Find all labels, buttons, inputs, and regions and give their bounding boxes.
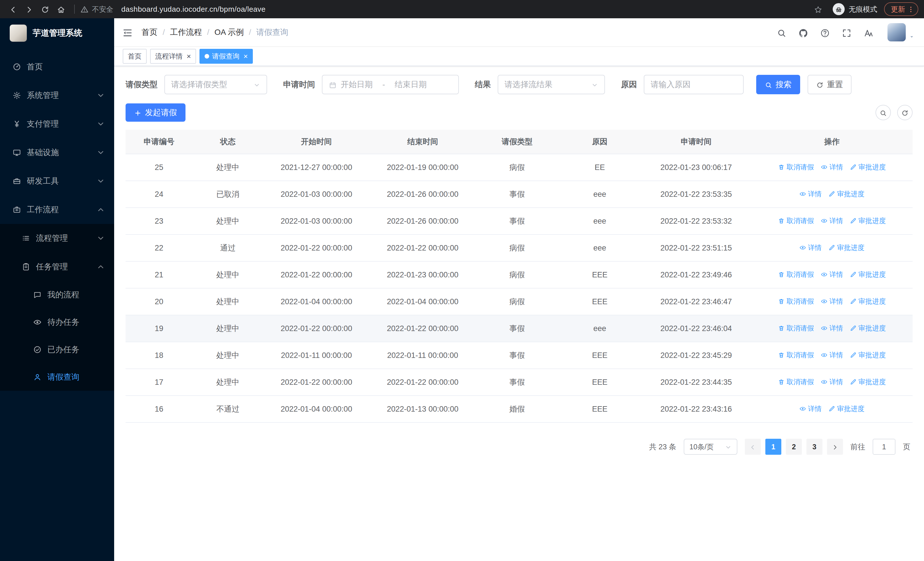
table-row: 24已取消2022-01-03 00:00:002022-01-26 00:00… (126, 181, 913, 208)
next-page-button[interactable] (827, 439, 843, 455)
progress-action-link[interactable]: 审批进度 (828, 190, 864, 199)
tab-bar: 首页流程详情×请假查询× (114, 47, 924, 66)
detail-action-link[interactable]: 详情 (821, 350, 843, 359)
sidebar-item-infrastructure[interactable]: 基础设施 (0, 138, 114, 167)
sidebar-item-label: 首页 (27, 62, 43, 72)
cancel-action-link[interactable]: 取消请假 (778, 270, 814, 279)
detail-action-link[interactable]: 详情 (821, 297, 843, 306)
url-text[interactable]: dashboard.yudao.iocoder.cn/bpm/oa/leave (121, 5, 266, 14)
detail-action-link[interactable]: 详情 (821, 270, 843, 279)
progress-action-link[interactable]: 审批进度 (850, 297, 886, 306)
cancel-action-link[interactable]: 取消请假 (778, 378, 814, 387)
security-indicator[interactable]: 不安全 (81, 5, 113, 14)
fullscreen-button[interactable] (842, 27, 852, 38)
cancel-action-link[interactable]: 取消请假 (778, 162, 814, 171)
browser-forward-button[interactable] (22, 2, 36, 17)
progress-action-link[interactable]: 审批进度 (850, 216, 886, 226)
header-search-button[interactable] (777, 27, 786, 38)
tab-process-detail[interactable]: 流程详情× (150, 49, 196, 64)
cell-type: 病假 (476, 288, 558, 315)
detail-action-link[interactable]: 详情 (799, 404, 822, 413)
bookmark-star-button[interactable] (814, 4, 822, 14)
breadcrumb-item[interactable]: 首页 (141, 27, 158, 38)
eye-icon (799, 405, 806, 412)
cancel-action-link[interactable]: 取消请假 (778, 323, 814, 333)
chevron-down-icon (96, 148, 105, 157)
table-row: 23处理中2022-01-03 00:00:002022-01-26 00:00… (126, 208, 913, 235)
apply-time-range-picker[interactable]: 开始日期 - 结束日期 (322, 75, 459, 94)
progress-action-link[interactable]: 审批进度 (850, 378, 886, 387)
table-header-row: 申请编号状态开始时间结束时间请假类型原因申请时间操作 (126, 130, 913, 154)
sidebar-item-system-management[interactable]: 系统管理 (0, 81, 114, 110)
tab-close-icon[interactable]: × (243, 53, 248, 60)
tab-home[interactable]: 首页 (123, 49, 147, 64)
reset-button[interactable]: 重置 (808, 75, 852, 94)
user-menu[interactable] (888, 23, 915, 41)
detail-action-link[interactable]: 详情 (799, 190, 822, 199)
search-button[interactable]: 搜索 (756, 75, 800, 94)
sidebar-item-done-tasks[interactable]: 已办任务 (0, 336, 114, 363)
create-leave-button[interactable]: 发起请假 (126, 104, 186, 122)
app-logo[interactable]: 芋道管理系统 (0, 18, 114, 48)
page-button-2[interactable]: 2 (786, 439, 802, 455)
home-icon (57, 5, 65, 14)
progress-action-link[interactable]: 审批进度 (850, 323, 886, 333)
cancel-action-link[interactable]: 取消请假 (778, 216, 814, 226)
sidebar-item-my-process[interactable]: 我的流程 (0, 281, 114, 308)
font-size-button[interactable] (864, 27, 873, 38)
browser-refresh-button[interactable] (38, 2, 52, 17)
cell-actions: 取消请假详情审批进度 (752, 154, 913, 181)
detail-action-link[interactable]: 详情 (821, 216, 843, 226)
sidebar-collapse-button[interactable] (122, 26, 133, 39)
sidebar-item-workflow[interactable]: 工作流程 (0, 196, 114, 224)
prev-page-button[interactable] (745, 439, 761, 455)
sidebar-item-leave-query[interactable]: 请假查询 (0, 363, 114, 391)
sidebar-item-process-management[interactable]: 流程管理 (0, 224, 114, 253)
delete-icon (778, 164, 785, 170)
result-select[interactable]: 请选择流结果 (498, 75, 605, 94)
sidebar-item-todo-tasks[interactable]: 待办任务 (0, 308, 114, 336)
action-label: 审批进度 (837, 404, 864, 413)
edit-icon (828, 244, 835, 251)
help-button[interactable] (820, 27, 830, 38)
breadcrumb-item[interactable]: OA 示例 (214, 27, 244, 38)
sidebar-menu: 首页系统管理支付管理基础设施研发工具工作流程流程管理任务管理我的流程待办任务已办… (0, 48, 114, 561)
cell-end: 2022-01-19 00:00:00 (369, 154, 476, 181)
cancel-action-link[interactable]: 取消请假 (778, 297, 814, 306)
github-link[interactable] (798, 27, 808, 38)
cell-id: 24 (126, 181, 192, 208)
table-refresh-button[interactable] (897, 105, 913, 120)
table-row: 18处理中2022-01-11 00:00:002022-01-11 00:00… (126, 342, 913, 369)
page-size-select[interactable]: 10条/页 (684, 439, 737, 455)
detail-action-link[interactable]: 详情 (799, 243, 822, 252)
leave-type-placeholder: 请选择请假类型 (171, 79, 249, 90)
cancel-action-link[interactable]: 取消请假 (778, 350, 814, 359)
cell-applied: 2022-01-22 23:45:29 (641, 342, 751, 369)
sidebar-item-home[interactable]: 首页 (0, 53, 114, 81)
reason-input[interactable] (644, 75, 744, 94)
leave-type-select[interactable]: 请选择请假类型 (164, 75, 267, 94)
tab-leave-query[interactable]: 请假查询× (200, 49, 253, 64)
detail-action-link[interactable]: 详情 (821, 378, 843, 387)
goto-page-input[interactable] (873, 439, 896, 455)
sidebar-item-payment-management[interactable]: 支付管理 (0, 110, 114, 138)
browser-update-button[interactable]: 更新 (884, 2, 918, 16)
detail-action-link[interactable]: 详情 (821, 162, 843, 171)
avatar[interactable] (888, 23, 906, 41)
progress-action-link[interactable]: 审批进度 (850, 162, 886, 171)
browser-back-button[interactable] (6, 2, 21, 17)
tab-close-icon[interactable]: × (187, 53, 191, 60)
page-button-3[interactable]: 3 (806, 439, 822, 455)
progress-action-link[interactable]: 审批进度 (828, 404, 864, 413)
eye-icon (821, 352, 828, 358)
sidebar-item-dev-tools[interactable]: 研发工具 (0, 167, 114, 196)
progress-action-link[interactable]: 审批进度 (850, 270, 886, 279)
progress-action-link[interactable]: 审批进度 (828, 243, 864, 252)
page-button-1[interactable]: 1 (765, 439, 782, 455)
sidebar-item-task-management[interactable]: 任务管理 (0, 253, 114, 281)
progress-action-link[interactable]: 审批进度 (850, 350, 886, 359)
browser-home-button[interactable] (54, 2, 69, 17)
detail-action-link[interactable]: 详情 (821, 323, 843, 333)
breadcrumb-item[interactable]: 工作流程 (170, 27, 202, 38)
table-search-toggle-button[interactable] (876, 105, 891, 120)
